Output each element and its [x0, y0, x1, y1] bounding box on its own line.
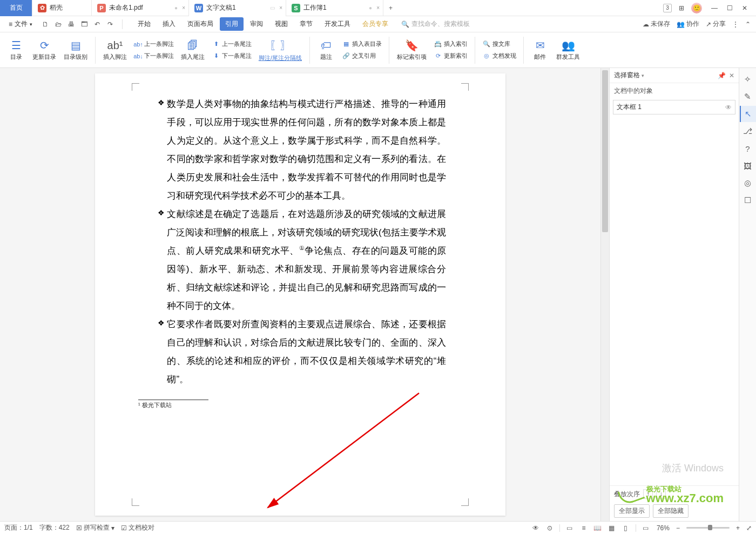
close-window-button[interactable]: ✕	[738, 1, 752, 15]
rail-target-icon[interactable]: ◎	[740, 175, 756, 191]
show-all-button[interactable]: 全部显示	[614, 504, 650, 518]
rail-image-icon[interactable]: 🖼	[740, 158, 756, 174]
tab-daoke[interactable]: ✿ 稻壳	[32, 0, 92, 16]
close-panel-icon[interactable]: ✕	[729, 72, 734, 79]
ribbon-tab-layout[interactable]: 页面布局	[182, 17, 219, 31]
mail-button[interactable]: ✉邮件	[529, 38, 551, 62]
qat-open-icon[interactable]: 🗁	[54, 21, 63, 28]
ribbon-tab-view[interactable]: 视图	[269, 17, 293, 31]
move-up-button[interactable]: ↑	[643, 489, 653, 499]
minimize-button[interactable]: —	[707, 1, 721, 15]
scrollbar-thumb[interactable]	[602, 70, 608, 232]
zoom-knob[interactable]	[708, 525, 712, 530]
update-toc-button[interactable]: ⟳更新目录	[30, 38, 58, 62]
ribbon-tab-devtools[interactable]: 开发工具	[319, 17, 356, 31]
tab-home[interactable]: 首页	[0, 0, 32, 16]
paragraph[interactable]: 文献综述是在确定了选题后，在对选题所涉及的研究领域的文献进展广泛阅读和理解的根底…	[165, 205, 446, 315]
file-menu[interactable]: ≡ 文件 ▾	[5, 19, 36, 29]
insert-index-button[interactable]: 📇插入索引	[432, 39, 469, 50]
close-icon[interactable]: ×	[376, 5, 380, 11]
spellcheck-toggle[interactable]: ☒ 拼写检查 ▾	[76, 523, 114, 532]
ribbon-tab-start[interactable]: 开始	[132, 17, 156, 31]
fit-width-icon[interactable]: ▭	[642, 524, 650, 532]
ribbon-tab-review[interactable]: 审阅	[245, 17, 268, 31]
view-print-icon[interactable]: ▯	[622, 524, 630, 532]
view-outline-icon[interactable]: ≡	[579, 524, 588, 532]
insert-endnote-button[interactable]: 🗐插入尾注	[179, 38, 207, 62]
ribbon-tab-chapter[interactable]: 章节	[294, 17, 318, 31]
close-icon[interactable]: ×	[182, 5, 185, 11]
proofread-toggle[interactable]: ☑ 文档校对	[121, 523, 154, 532]
zoom-out-button[interactable]: −	[676, 524, 680, 532]
caption-button[interactable]: 🏷题注	[315, 38, 337, 62]
ribbon-tab-insert[interactable]: 插入	[157, 17, 181, 31]
update-index-button[interactable]: ⟳更新索引	[432, 51, 469, 62]
object-item[interactable]: 文本框 1 👁	[613, 100, 735, 114]
pin-icon[interactable]: 📌	[718, 72, 726, 79]
rail-device-icon[interactable]: ☐	[740, 192, 756, 208]
insert-table-toc-button[interactable]: ▦插入表目录	[340, 39, 383, 50]
footnote-separator-button[interactable]: 〖〗脚注/尾注分隔线	[256, 37, 304, 63]
share-button[interactable]: ↗分享	[706, 19, 726, 29]
visibility-toggle-icon[interactable]: 👁	[725, 104, 732, 111]
rail-tool-1-icon[interactable]: ✧	[740, 71, 756, 87]
rail-help-icon[interactable]: ?	[740, 140, 756, 157]
command-search[interactable]: 🔍 查找命令、搜索模板	[401, 19, 470, 29]
focus-icon[interactable]: ⊙	[545, 524, 554, 532]
tab-pdf[interactable]: P 未命名1.pdf ● ×	[92, 0, 189, 16]
tab-sheet[interactable]: S 工作簿1 ● ×	[286, 0, 383, 16]
page-indicator[interactable]: 页面：1/1	[4, 523, 33, 532]
next-footnote-button[interactable]: ab↓下一条脚注	[132, 51, 176, 62]
quick-access-toolbar: 🗋 🗁 🖶 🗔 ↶ ↷	[38, 21, 118, 28]
maximize-button[interactable]: ☐	[723, 1, 737, 15]
tab-word-active[interactable]: W 文字文稿1 ▭ ×	[189, 0, 286, 16]
collapse-ribbon-icon[interactable]: ⌃	[745, 21, 751, 28]
fullscreen-icon[interactable]: ⤢	[746, 524, 752, 532]
footnote-text[interactable]: ¹ 极光下载站	[138, 400, 462, 409]
present-icon[interactable]: ▭	[270, 5, 275, 11]
view-web-icon[interactable]: ▦	[608, 524, 616, 532]
doc-discover-button[interactable]: ◎文档发现	[481, 51, 518, 62]
vertical-scrollbar[interactable]	[600, 68, 609, 521]
collab-button[interactable]: 👥协作	[677, 19, 699, 29]
rail-pencil-icon[interactable]: ✎	[740, 89, 756, 105]
view-page-icon[interactable]: ▭	[565, 524, 574, 532]
eye-icon[interactable]: 👁	[531, 524, 540, 532]
badge-docs-icon[interactable]: 3	[663, 4, 672, 12]
qat-preview-icon[interactable]: 🗔	[80, 21, 89, 28]
zoom-level[interactable]: 76%	[657, 524, 670, 532]
ribbon-tab-member[interactable]: 会员专享	[357, 17, 394, 31]
document-area[interactable]: 数学是人类对事物的抽象结构与模式进行严格描述、推导的一种通用手段，可以应用于现实…	[0, 68, 600, 521]
search-library-button[interactable]: 🔍搜文库	[481, 39, 518, 50]
apps-grid-icon[interactable]: ⊞	[677, 4, 686, 12]
hide-all-button[interactable]: 全部隐藏	[653, 504, 688, 518]
new-tab-button[interactable]: +	[383, 4, 398, 12]
toc-level-button[interactable]: ▤目录级别	[62, 38, 90, 62]
prev-endnote-button[interactable]: ⬆上一条尾注	[210, 39, 253, 50]
qat-redo-icon[interactable]: ↷	[106, 21, 114, 28]
toc-button[interactable]: ☰目录	[5, 38, 27, 62]
paragraph[interactable]: 数学是人类对事物的抽象结构与模式进行严格描述、推导的一种通用手段，可以应用于现实…	[165, 95, 446, 205]
rail-select-icon[interactable]: ↖	[740, 106, 756, 122]
cross-ref-button[interactable]: 🔗交叉引用	[340, 51, 383, 62]
close-icon[interactable]: ×	[279, 5, 282, 11]
group-tools-button[interactable]: 👥群发工具	[554, 38, 582, 62]
qat-print-icon[interactable]: 🖶	[67, 21, 76, 28]
mark-index-button[interactable]: 🔖标记索引项	[395, 38, 429, 62]
zoom-in-button[interactable]: +	[736, 524, 740, 532]
paragraph[interactable]: 它要求作者既要对所查阅资料的主要观点进展综合、陈述，还要根据自己的理解和认识，对…	[165, 315, 446, 389]
qat-undo-icon[interactable]: ↶	[93, 21, 102, 28]
word-count[interactable]: 字数：422	[39, 523, 70, 532]
more-menu-icon[interactable]: ⋮	[732, 21, 739, 28]
prev-footnote-button[interactable]: ab↑上一条脚注	[132, 39, 176, 50]
ribbon-tab-references[interactable]: 引用	[220, 17, 244, 31]
unsaved-indicator[interactable]: ☁未保存	[643, 19, 670, 29]
rail-settings-icon[interactable]: ⎇	[740, 123, 756, 139]
move-down-button[interactable]: ↓	[656, 489, 666, 499]
avatar-icon[interactable]: 🙂	[691, 3, 702, 13]
zoom-slider[interactable]	[686, 527, 730, 529]
qat-new-icon[interactable]: 🗋	[41, 21, 50, 28]
view-read-icon[interactable]: 📖	[593, 524, 602, 532]
next-endnote-button[interactable]: ⬇下一条尾注	[210, 51, 253, 62]
insert-footnote-button[interactable]: ab¹插入脚注	[101, 38, 129, 62]
